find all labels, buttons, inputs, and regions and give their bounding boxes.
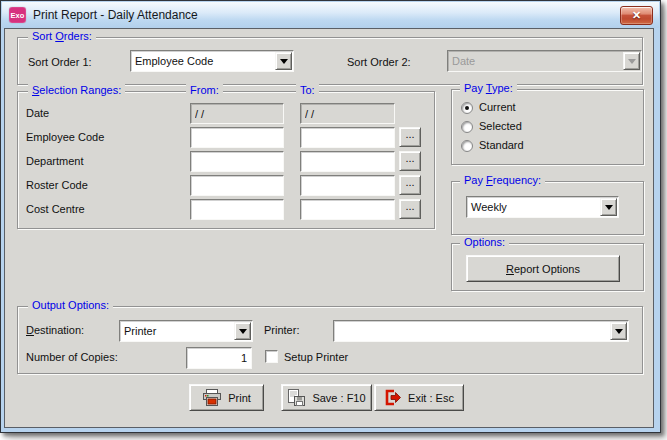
setup-printer-label: Setup Printer [284, 351, 348, 363]
exit-button-label: Exit : Esc [408, 392, 454, 404]
chevron-down-icon [623, 52, 640, 70]
cost-centre-browse-button[interactable]: ... [399, 199, 421, 219]
window-title: Print Report - Daily Attendance [33, 8, 198, 22]
pay-frequency-value: Weekly [467, 201, 618, 213]
title-bar[interactable]: Exo Print Report - Daily Attendance ✕ [2, 2, 659, 28]
chevron-down-icon [275, 52, 292, 70]
printer-label: Printer: [264, 324, 299, 336]
number-of-copies-label: Number of Copies: [26, 351, 118, 363]
sort-order-1-value: Employee Code [131, 55, 293, 67]
pay-frequency-select[interactable]: Weekly [466, 196, 619, 218]
date-from-field [190, 103, 284, 124]
roster-code-to-field[interactable] [300, 175, 395, 196]
employee-code-browse-button[interactable]: ... [399, 127, 421, 147]
sort-order-1-select[interactable]: Employee Code [130, 50, 294, 72]
cost-centre-from-field[interactable] [190, 199, 284, 220]
sort-order-2-value: Date [448, 55, 641, 67]
save-icon [287, 389, 306, 406]
dialog-client-area: Sort Orders: Sort Order 1: Employee Code… [4, 28, 654, 428]
print-button[interactable]: Print [189, 384, 264, 411]
sort-order-2-label: Sort Order 2: [347, 56, 411, 68]
pay-type-group: Pay Type: Current Selected Standard [451, 89, 644, 165]
range-row-label: Employee Code [26, 131, 104, 143]
setup-printer-checkbox[interactable] [265, 350, 278, 363]
destination-select[interactable]: Printer [119, 320, 253, 342]
cost-centre-to-field[interactable] [300, 199, 395, 220]
chevron-down-icon [610, 322, 627, 340]
print-button-label: Print [228, 392, 251, 404]
number-of-copies-field[interactable] [186, 347, 252, 369]
pay-type-group-label: Pay Type: [460, 82, 517, 94]
dialog-window: Exo Print Report - Daily Attendance ✕ So… [0, 0, 661, 433]
range-row-label: Date [26, 107, 49, 119]
pay-type-option-label: Selected [479, 120, 522, 132]
sort-orders-group-label: Sort Orders: [28, 30, 96, 42]
range-row-label: Cost Centre [26, 203, 85, 215]
output-options-group: Output Options: Destination: Printer Pri… [17, 306, 643, 374]
roster-code-from-field[interactable] [190, 175, 284, 196]
pay-type-radio-current[interactable] [461, 102, 473, 114]
options-group: Options: Report Options [451, 243, 644, 291]
sort-orders-group: Sort Orders: Sort Order 1: Employee Code… [17, 37, 643, 85]
report-options-button[interactable]: Report Options [466, 255, 620, 282]
roster-code-browse-button[interactable]: ... [399, 175, 421, 195]
employee-code-to-field[interactable] [300, 127, 395, 148]
pay-type-option-label: Current [479, 101, 516, 113]
save-button[interactable]: Save : F10 [281, 384, 372, 411]
close-icon: ✕ [632, 10, 641, 21]
close-button[interactable]: ✕ [620, 6, 653, 25]
department-from-field[interactable] [190, 151, 284, 172]
exit-icon [384, 389, 402, 406]
from-column-label: From: [186, 84, 223, 96]
pay-frequency-group-label: Pay Frequency: [460, 174, 545, 186]
pay-type-radio-standard[interactable] [461, 140, 473, 152]
save-button-label: Save : F10 [312, 392, 365, 404]
date-to-field [300, 103, 395, 124]
department-to-field[interactable] [300, 151, 395, 172]
selection-ranges-group: Selection Ranges: From: To: Date Employe… [17, 91, 435, 229]
destination-value: Printer [120, 325, 252, 337]
pay-type-option-label: Standard [479, 139, 524, 151]
department-browse-button[interactable]: ... [399, 151, 421, 171]
exit-button[interactable]: Exit : Esc [374, 384, 464, 411]
range-row-label: Roster Code [26, 179, 88, 191]
printer-icon [202, 389, 222, 406]
output-options-group-label: Output Options: [28, 299, 113, 311]
exo-logo-icon: Exo [9, 7, 26, 23]
options-group-label: Options: [460, 236, 509, 248]
to-column-label: To: [296, 84, 319, 96]
destination-label: Destination: [26, 324, 84, 336]
employee-code-from-field[interactable] [190, 127, 284, 148]
range-row-label: Department [26, 155, 83, 167]
sort-order-1-label: Sort Order 1: [28, 56, 92, 68]
chevron-down-icon [234, 322, 251, 340]
pay-type-radio-selected[interactable] [461, 121, 473, 133]
selection-ranges-group-label: Selection Ranges: [28, 84, 125, 96]
sort-order-2-select: Date [447, 50, 642, 72]
chevron-down-icon [600, 198, 617, 216]
printer-select[interactable] [333, 320, 629, 342]
pay-frequency-group: Pay Frequency: Weekly [451, 181, 644, 235]
